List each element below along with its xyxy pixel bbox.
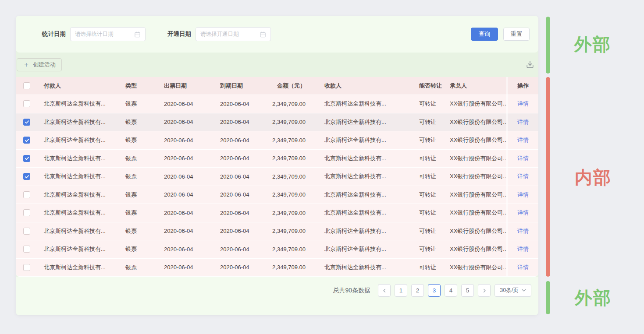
checkbox-cell: [16, 228, 38, 235]
action-cell: 详情: [506, 240, 538, 258]
row-checkbox[interactable]: [23, 100, 30, 107]
create-activity-button[interactable]: ＋ 创建活动: [17, 58, 62, 71]
cell-type: 银票: [125, 100, 164, 108]
detail-link[interactable]: 详情: [517, 245, 529, 253]
cell-payee: 北京斯柯达全新科技有...: [318, 172, 411, 180]
detail-link[interactable]: 详情: [517, 191, 529, 199]
cell-amount: 2,349,709.00: [272, 119, 318, 125]
stat-date-input[interactable]: 请选择统计日期: [70, 27, 146, 41]
table-row: 北京斯柯达全新科技有...银票2020-06-042020-06-042,349…: [16, 204, 538, 222]
action-cell: 详情: [506, 168, 538, 186]
row-checkbox[interactable]: [23, 137, 30, 144]
row-checkbox[interactable]: [23, 246, 30, 253]
cell-issue_date: 2020-06-04: [164, 191, 220, 198]
cell-due_date: 2020-06-04: [220, 155, 272, 162]
table-row: 北京斯柯达全新科技有...银票2020-06-042020-06-042,349…: [16, 150, 538, 168]
main-panel: 统计日期 请选择统计日期 开通日期 请选择开通日期: [16, 16, 538, 315]
table-row: 北京斯柯达全新科技有...银票2020-06-042020-06-042,349…: [16, 168, 538, 186]
cell-payer: 北京斯柯达全新科技有...: [38, 100, 125, 108]
column-header-due_date: 到期日期: [220, 82, 272, 90]
cell-type: 银票: [125, 118, 164, 126]
download-icon[interactable]: [525, 60, 535, 70]
detail-link[interactable]: 详情: [517, 172, 529, 180]
checkbox-cell: [16, 209, 38, 216]
action-cell: 详情: [506, 131, 538, 149]
chevron-right-icon: [482, 288, 487, 293]
cell-amount: 2,349,709.00: [272, 101, 318, 107]
cell-transferable: 可转让: [411, 191, 450, 199]
page-size-label: 30条/页: [500, 287, 518, 294]
column-header-amount: 金额（元）: [272, 82, 318, 90]
action-cell: 详情: [506, 186, 538, 204]
detail-link[interactable]: 详情: [517, 264, 529, 271]
prev-page-button[interactable]: [378, 284, 391, 297]
cell-amount: 2,349,709.00: [272, 228, 318, 234]
table-row: 北京斯柯达全新科技有...银票2020-06-042020-06-042,349…: [16, 259, 538, 277]
cell-transferable: 可转让: [411, 100, 450, 108]
cell-payee: 北京斯柯达全新科技有...: [318, 100, 411, 108]
page-button-5[interactable]: 5: [461, 284, 474, 297]
query-button[interactable]: 查询: [471, 28, 498, 41]
table-header-row: 付款人类型出票日期到期日期金额（元）收款人能否转让承兑人操作: [16, 77, 538, 95]
detail-link[interactable]: 详情: [517, 100, 529, 108]
checkbox-cell: [16, 173, 38, 180]
cell-type: 银票: [125, 245, 164, 253]
bills-table: 付款人类型出票日期到期日期金额（元）收款人能否转让承兑人操作 北京斯柯达全新科技…: [16, 77, 538, 277]
calendar-icon: [134, 31, 141, 38]
action-cell: 详情: [506, 259, 538, 277]
detail-link[interactable]: 详情: [517, 118, 529, 126]
cell-type: 银票: [125, 227, 164, 235]
stat-date-group: 统计日期 请选择统计日期: [42, 27, 146, 41]
select-all-checkbox[interactable]: [23, 82, 30, 89]
detail-link[interactable]: 详情: [517, 155, 529, 162]
cell-type: 银票: [125, 155, 164, 162]
row-checkbox[interactable]: [23, 228, 30, 235]
page-button-2[interactable]: 2: [411, 284, 424, 297]
reset-button[interactable]: 重置: [503, 28, 530, 41]
cell-due_date: 2020-06-04: [220, 173, 272, 180]
row-checkbox[interactable]: [23, 173, 30, 180]
next-page-button[interactable]: [478, 284, 491, 297]
cell-issue_date: 2020-06-04: [164, 228, 220, 234]
filter-actions: 查询 重置: [471, 28, 530, 41]
cell-transferable: 可转让: [411, 209, 450, 217]
cell-payee: 北京斯柯达全新科技有...: [318, 245, 411, 253]
cell-acceptor: XX银行股份有限公司...: [450, 264, 506, 271]
row-checkbox[interactable]: [23, 209, 30, 216]
checkbox-cell: [16, 155, 38, 162]
detail-link[interactable]: 详情: [517, 227, 529, 235]
open-date-group: 开通日期 请选择开通日期: [167, 27, 271, 41]
cell-payee: 北京斯柯达全新科技有...: [318, 136, 411, 144]
cell-payer: 北京斯柯达全新科技有...: [38, 172, 125, 180]
row-checkbox[interactable]: [23, 119, 30, 126]
cell-payer: 北京斯柯达全新科技有...: [38, 245, 125, 253]
page-button-1[interactable]: 1: [395, 284, 407, 297]
page-button-3[interactable]: 3: [428, 284, 441, 297]
action-cell: 详情: [506, 113, 538, 131]
cell-amount: 2,349,709.00: [272, 246, 318, 253]
page-size-select[interactable]: 30条/页: [495, 284, 531, 297]
detail-link[interactable]: 详情: [517, 136, 529, 144]
cell-transferable: 可转让: [411, 118, 450, 126]
cell-due_date: 2020-06-04: [220, 101, 272, 107]
open-date-input[interactable]: 请选择开通日期: [196, 27, 271, 41]
external-bottom-label: 外部: [575, 289, 612, 306]
cell-transferable: 可转让: [411, 136, 450, 144]
action-cell: 详情: [506, 204, 538, 222]
column-header-payee: 收款人: [318, 82, 411, 90]
external-top-bar: [546, 17, 550, 74]
cell-issue_date: 2020-06-04: [164, 119, 220, 125]
detail-link[interactable]: 详情: [517, 209, 529, 217]
cell-acceptor: XX银行股份有限公司...: [450, 209, 506, 217]
row-checkbox[interactable]: [23, 264, 30, 271]
row-checkbox[interactable]: [23, 155, 30, 162]
row-checkbox[interactable]: [23, 191, 30, 198]
cell-due_date: 2020-06-04: [220, 264, 272, 271]
cell-transferable: 可转让: [411, 172, 450, 180]
cell-type: 银票: [125, 264, 164, 271]
cell-transferable: 可转让: [411, 227, 450, 235]
checkbox-cell: [16, 191, 38, 198]
cell-amount: 2,349,709.00: [272, 191, 318, 198]
page-button-4[interactable]: 4: [445, 284, 457, 297]
cell-due_date: 2020-06-04: [220, 137, 272, 144]
